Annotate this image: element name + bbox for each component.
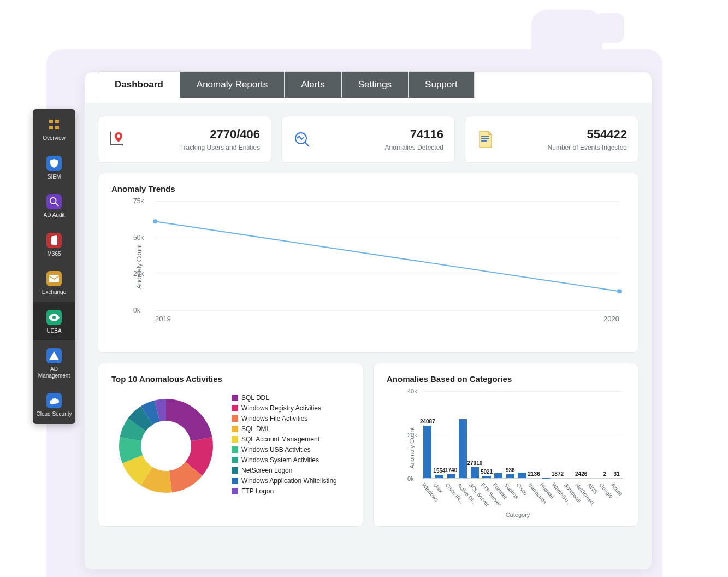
- tab-dashboard[interactable]: Dashboard: [98, 71, 180, 98]
- line-chart-xlabels: 20192020: [155, 315, 619, 323]
- ad-audit-icon: [46, 194, 62, 209]
- legend-swatch: [232, 488, 238, 494]
- svg-rect-8: [110, 132, 111, 144]
- line-chart-ytick: 50k: [133, 234, 594, 242]
- legend-label: Windows Registry Activities: [241, 404, 321, 412]
- legend-swatch: [232, 457, 238, 463]
- bar-value-label: 24087: [420, 419, 435, 425]
- svg-rect-6: [49, 275, 59, 282]
- panel-anomaly-trends: Anomaly Trends Anomaly Count 20192020 0k…: [98, 173, 638, 353]
- svg-rect-16: [481, 138, 489, 139]
- sidebar-item-overview[interactable]: Overview: [33, 109, 75, 148]
- legend-row[interactable]: SQL DDL: [232, 394, 337, 402]
- sidebar-item-exchange[interactable]: Exchange: [33, 263, 75, 302]
- stat-label-anomalies: Anomalies Detected: [385, 144, 443, 151]
- legend-label: SQL DML: [241, 425, 270, 433]
- stat-label-tracking: Tracking Users and Entities: [180, 144, 260, 151]
- tab-support[interactable]: Support: [409, 71, 475, 98]
- line-chart-ytick: 75k: [133, 197, 594, 205]
- legend-row[interactable]: Windows Application Whitelisting: [232, 477, 337, 485]
- stat-card-anomalies[interactable]: 74116 Anomalies Detected: [281, 116, 455, 163]
- stat-card-tracking[interactable]: 2770/406 Tracking Users and Entities: [98, 116, 271, 163]
- legend-label: SQL Account Management: [241, 435, 319, 443]
- tab-alerts[interactable]: Alerts: [285, 71, 341, 98]
- donut-seg-0: [166, 399, 212, 441]
- sidebar-item-label: M365: [47, 251, 61, 257]
- sidebar-item-cloud-security[interactable]: Cloud Security: [33, 385, 75, 424]
- m365-icon: [46, 233, 62, 248]
- legend-row[interactable]: FTP Logon: [232, 487, 337, 495]
- sidebar-item-ad-audit[interactable]: AD Audit: [33, 186, 75, 225]
- stat-label-events: Number of Events Ingested: [548, 144, 627, 151]
- decor-bg-square-small: [595, 13, 624, 43]
- overview-icon: [46, 117, 62, 132]
- bar-chart-ytick: 20k: [407, 432, 622, 438]
- legend-label: NetScreen Logon: [241, 467, 292, 474]
- svg-point-10: [110, 131, 111, 133]
- svg-rect-9: [110, 144, 122, 145]
- panel-title-top10: Top 10 Anomalous Activities: [111, 374, 350, 384]
- bar-chart-xlabels: WindowsUnixCisco IR...Active Di...SQL Se…: [422, 480, 623, 509]
- tab-settings[interactable]: Settings: [342, 71, 409, 98]
- legend-label: SQL DDL: [241, 394, 269, 402]
- line-chart-xtick: 2019: [155, 315, 171, 323]
- sidebar-item-label: AD Management: [34, 366, 74, 379]
- siem-icon: [46, 156, 62, 171]
- bar-value-label: 1554: [433, 468, 445, 474]
- tab-row: DashboardAnomaly ReportsAlertsSettingsSu…: [98, 71, 475, 98]
- ueba-icon: [46, 310, 62, 325]
- legend-swatch: [232, 405, 238, 411]
- svg-rect-3: [55, 126, 59, 129]
- file-icon: [476, 130, 495, 149]
- svg-rect-2: [49, 126, 53, 129]
- sidebar-item-label: Cloud Security: [36, 411, 72, 417]
- legend-label: Windows System Activities: [241, 456, 319, 464]
- svg-rect-17: [481, 140, 487, 142]
- bar: [459, 419, 467, 478]
- stat-card-events[interactable]: 554422 Number of Events Ingested: [465, 116, 638, 163]
- tab-anomaly-reports[interactable]: Anomaly Reports: [180, 71, 285, 98]
- svg-line-14: [305, 142, 309, 146]
- donut-legend: SQL DDLWindows Registry ActivitiesWindow…: [232, 394, 337, 498]
- panel-title-trends: Anomaly Trends: [111, 184, 625, 193]
- legend-row[interactable]: Windows Registry Activities: [232, 404, 337, 412]
- legend-label: FTP Logon: [241, 487, 274, 495]
- sidebar-item-label: AD Audit: [44, 212, 65, 219]
- stats-row: 2770/406 Tracking Users and Entities 741…: [98, 116, 638, 163]
- sidebar-item-label: Exchange: [42, 289, 66, 296]
- sidebar-item-m365[interactable]: M365: [33, 225, 75, 264]
- legend-label: Windows Application Whitelisting: [241, 477, 337, 485]
- donut-chart: [111, 391, 221, 501]
- legend-row[interactable]: NetScreen Logon: [232, 467, 337, 474]
- legend-label: Windows USB Activities: [241, 446, 311, 454]
- legend-row[interactable]: SQL Account Management: [232, 435, 337, 443]
- sidebar-item-ad-management[interactable]: AD Management: [33, 340, 75, 385]
- svg-rect-1: [55, 120, 59, 123]
- legend-row[interactable]: Windows USB Activities: [232, 446, 337, 454]
- panel-categories: Anomalies Based on Categories Anomaly Co…: [373, 363, 638, 527]
- stat-value-tracking: 2770/406: [180, 127, 260, 142]
- legend-swatch: [232, 467, 238, 474]
- svg-point-11: [122, 144, 123, 145]
- sidebar-item-ueba[interactable]: UEBA: [33, 302, 75, 341]
- svg-rect-0: [49, 120, 53, 123]
- svg-point-19: [617, 289, 622, 293]
- stat-value-anomalies: 74116: [385, 127, 443, 142]
- sidebar-item-siem[interactable]: SIEM: [33, 148, 75, 187]
- legend-swatch: [232, 478, 238, 484]
- bar-chart: Anomaly Count 24087155417402701050219362…: [411, 391, 625, 517]
- bar-value-label: 1740: [445, 467, 457, 473]
- legend-swatch: [232, 426, 238, 432]
- line-chart-ylabel: Anomaly Count: [135, 244, 143, 289]
- cloud-security-icon: [46, 393, 62, 408]
- legend-swatch: [232, 415, 238, 422]
- line-chart: Anomaly Count 20192020 0k25k50k75k: [133, 201, 619, 332]
- svg-point-4: [50, 198, 56, 204]
- legend-row[interactable]: Windows System Activities: [232, 456, 337, 464]
- legend-swatch: [232, 436, 238, 443]
- legend-row[interactable]: Windows File Activities: [232, 415, 337, 422]
- map-pin-icon: [109, 130, 128, 149]
- content-area: 2770/406 Tracking Users and Entities 741…: [85, 103, 652, 569]
- legend-row[interactable]: SQL DML: [232, 425, 337, 433]
- line-chart-xtick: 2020: [603, 315, 619, 323]
